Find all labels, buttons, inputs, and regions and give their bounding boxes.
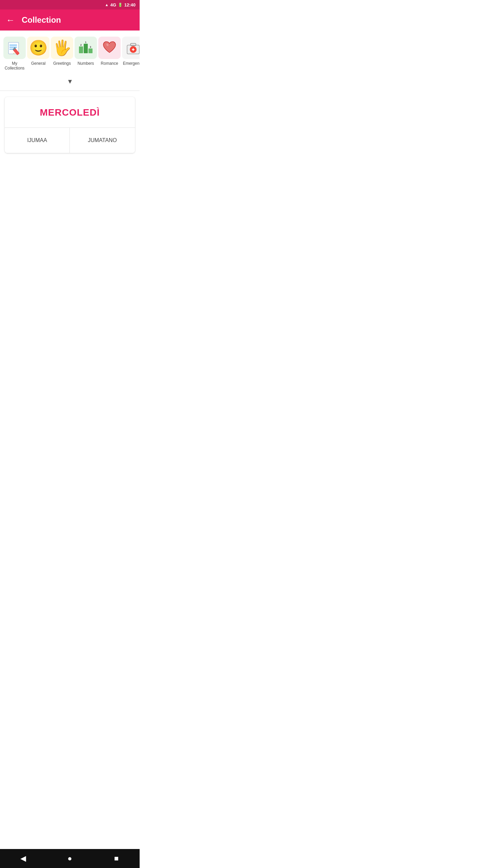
general-icon: 🙂 [27,37,49,59]
svg-rect-18 [133,48,134,51]
romance-icon [98,37,121,59]
time-label: 12:40 [124,2,136,7]
svg-rect-7 [79,46,83,53]
quiz-question: MERCOLEDÌ [5,97,135,128]
category-strip: My Collections 🙂 General 🖐 Greetings 2 1… [0,31,140,74]
quiz-answers: IJUMAA JUMATANO [5,128,135,153]
quiz-word: MERCOLEDÌ [40,107,100,118]
greetings-label: Greetings [53,61,71,66]
emergency-label: Emergency [123,61,140,66]
svg-rect-8 [84,44,88,53]
category-item-greetings[interactable]: 🖐 Greetings [50,37,74,66]
general-label: General [31,61,46,66]
quiz-answer-0[interactable]: IJUMAA [5,128,70,153]
my-collections-label: My Collections [3,61,26,71]
signal-icon: ▲ [105,3,109,7]
back-button[interactable]: ← [6,16,15,24]
svg-text:2: 2 [80,44,82,46]
category-item-numbers[interactable]: 2 1 3 Numbers [74,37,98,66]
quiz-card: MERCOLEDÌ IJUMAA JUMATANO [5,97,135,153]
svg-text:1: 1 [85,41,86,43]
app-bar: ← Collection [0,9,140,31]
category-item-my-collections[interactable]: My Collections [3,37,26,71]
network-label: 4G [110,2,116,7]
battery-icon: 🔋 [118,3,123,7]
svg-rect-9 [88,48,93,53]
greetings-icon: 🖐 [51,37,73,59]
app-bar-title: Collection [22,15,61,25]
divider [0,91,140,91]
status-bar: ▲ 4G 🔋 12:40 [0,0,140,9]
svg-text:3: 3 [90,46,91,48]
category-item-romance[interactable]: Romance [98,37,121,66]
my-collections-icon [3,37,26,59]
chevron-row[interactable]: ▾ [0,74,140,91]
category-item-emergency[interactable]: Emergency [121,37,140,66]
status-icons: ▲ 4G 🔋 12:40 [105,2,136,7]
numbers-label: Numbers [78,61,94,66]
chevron-down-icon[interactable]: ▾ [68,77,72,86]
quiz-answer-1[interactable]: JUMATANO [70,128,135,153]
category-item-general[interactable]: 🙂 General [26,37,50,66]
emergency-icon [122,37,140,59]
numbers-icon: 2 1 3 [75,37,97,59]
romance-label: Romance [101,61,118,66]
